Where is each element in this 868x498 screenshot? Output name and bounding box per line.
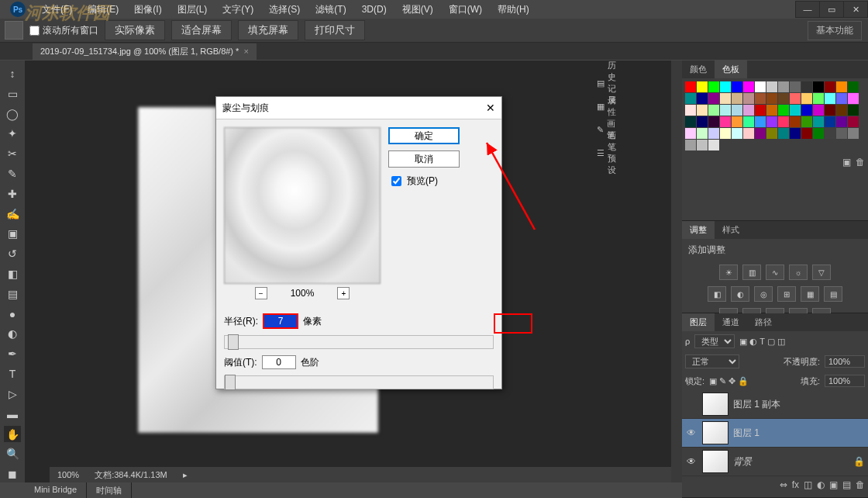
pen-tool[interactable]: ✒	[4, 345, 21, 362]
brush-tool[interactable]: ✍	[4, 206, 21, 223]
adjust-vibrance-icon[interactable]: ▽	[812, 265, 831, 280]
swatches-tab[interactable]: 色板	[715, 61, 747, 78]
layer-thumbnail[interactable]	[702, 421, 728, 444]
layer-row[interactable]: 👁背景🔒	[682, 448, 868, 476]
swatch[interactable]	[732, 105, 742, 116]
swatch[interactable]	[778, 81, 789, 92]
swatch[interactable]	[720, 81, 731, 92]
swatch[interactable]	[685, 93, 696, 104]
mini-bridge-tab[interactable]: Mini Bridge	[25, 482, 87, 498]
swatch[interactable]	[720, 116, 731, 127]
cancel-button[interactable]: 取消	[388, 150, 460, 168]
swatch[interactable]	[743, 116, 754, 127]
opacity-input[interactable]	[825, 355, 865, 368]
swatch[interactable]	[685, 105, 696, 116]
swatch[interactable]	[732, 128, 742, 139]
adjustments-tab[interactable]: 调整	[682, 221, 715, 239]
magic-wand-tool[interactable]: ✦	[4, 125, 21, 142]
dialog-titlebar[interactable]: 蒙尘与划痕 ✕	[216, 97, 501, 119]
swatch[interactable]	[743, 93, 754, 104]
layer-mask-icon[interactable]: ◫	[804, 479, 812, 490]
swatch[interactable]	[732, 81, 742, 92]
swatch[interactable]	[697, 93, 708, 104]
swatch[interactable]	[755, 81, 766, 92]
swatch[interactable]	[778, 128, 789, 139]
healing-tool[interactable]: ✚	[4, 185, 21, 202]
menu-help[interactable]: 帮助(H)	[493, 2, 534, 18]
delete-layer-icon[interactable]: 🗑	[856, 479, 865, 490]
swatch[interactable]	[801, 105, 812, 116]
swatch[interactable]	[813, 105, 824, 116]
threshold-input[interactable]	[262, 355, 296, 369]
visibility-icon[interactable]: 👁	[685, 456, 698, 467]
swatch[interactable]	[697, 105, 708, 116]
swatch[interactable]	[801, 81, 812, 92]
adjust-hue-icon[interactable]: ◧	[708, 286, 726, 302]
adjust-brightness-icon[interactable]: ☀	[719, 265, 738, 280]
swatch[interactable]	[697, 128, 708, 139]
threshold-slider[interactable]	[224, 375, 494, 389]
new-swatch-icon[interactable]: ▣	[842, 157, 851, 168]
menu-type[interactable]: 文字(Y)	[218, 2, 258, 18]
close-tab-icon[interactable]: ×	[243, 47, 248, 56]
swatch[interactable]	[790, 116, 801, 127]
workspace-switcher[interactable]: 基本功能	[808, 21, 862, 40]
menu-edit[interactable]: 编辑(E)	[83, 2, 123, 18]
radius-input[interactable]	[263, 313, 298, 329]
move-tool[interactable]: ↕	[4, 65, 21, 82]
timeline-tab[interactable]: 时间轴	[87, 482, 132, 498]
adjust-more-icon[interactable]: ▤	[824, 286, 842, 302]
swatch[interactable]	[790, 128, 801, 139]
swatch[interactable]	[825, 81, 835, 92]
swatch[interactable]	[801, 116, 812, 127]
swatch[interactable]	[848, 105, 859, 116]
adjust-lookup-icon[interactable]: ▦	[801, 286, 819, 302]
zoom-out-button[interactable]: −	[255, 287, 267, 299]
swatch[interactable]	[708, 116, 719, 127]
color-swatch[interactable]: ◼	[4, 465, 21, 482]
properties-panel-button[interactable]: ▦属性	[594, 95, 623, 118]
swatch[interactable]	[685, 128, 696, 139]
swatch[interactable]	[813, 116, 824, 127]
close-button[interactable]: ✕	[843, 1, 868, 18]
swatch[interactable]	[836, 93, 847, 104]
path-select-tool[interactable]: ▷	[4, 386, 21, 403]
blur-tool[interactable]: ●	[4, 306, 21, 323]
eraser-tool[interactable]: ◧	[4, 265, 21, 282]
ok-button[interactable]: 确定	[388, 127, 460, 144]
swatch[interactable]	[825, 93, 835, 104]
swatch[interactable]	[708, 105, 719, 116]
blend-mode-select[interactable]: 正常	[685, 354, 739, 368]
adjust-photo-filter-icon[interactable]: ◎	[754, 286, 773, 302]
styles-tab[interactable]: 样式	[715, 221, 747, 239]
swatch[interactable]	[697, 81, 708, 92]
swatch[interactable]	[732, 116, 742, 127]
menu-view[interactable]: 视图(V)	[398, 2, 438, 18]
menu-select[interactable]: 选择(S)	[264, 2, 305, 18]
brush-preset-panel-button[interactable]: ☰画笔预设	[594, 141, 623, 164]
adjust-channel-mixer-icon[interactable]: ⊞	[777, 286, 796, 302]
swatch[interactable]	[755, 93, 766, 104]
threshold-slider-knob[interactable]	[225, 375, 236, 390]
dialog-close-icon[interactable]: ✕	[486, 102, 495, 114]
swatch[interactable]	[790, 105, 801, 116]
layer-name[interactable]: 图层 1 副本	[733, 398, 780, 411]
menu-3d[interactable]: 3D(D)	[357, 2, 391, 16]
layer-thumbnail[interactable]	[702, 450, 728, 473]
swatch[interactable]	[825, 116, 835, 127]
paths-tab[interactable]: 路径	[747, 313, 780, 331]
swatch[interactable]	[813, 128, 824, 139]
swatch[interactable]	[836, 81, 847, 92]
swatch[interactable]	[743, 81, 754, 92]
swatch[interactable]	[778, 93, 789, 104]
swatch[interactable]	[766, 128, 777, 139]
swatch[interactable]	[790, 81, 801, 92]
stamp-tool[interactable]: ▣	[4, 226, 21, 243]
layer-row[interactable]: 👁图层 1	[682, 419, 868, 448]
maximize-button[interactable]: ▭	[820, 1, 843, 18]
minimize-button[interactable]: —	[795, 1, 820, 18]
swatch[interactable]	[848, 81, 859, 92]
eyedropper-tool[interactable]: ✎	[4, 165, 21, 182]
swatch[interactable]	[778, 105, 789, 116]
menu-window[interactable]: 窗口(W)	[444, 2, 487, 18]
